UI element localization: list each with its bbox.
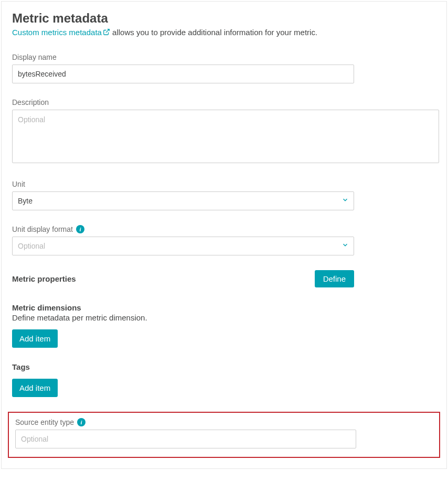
- unit-label: Unit: [12, 180, 436, 188]
- description-field: Description: [12, 98, 436, 165]
- source-entity-type-input[interactable]: [15, 430, 356, 448]
- unit-display-format-select[interactable]: Optional: [12, 237, 354, 255]
- tags-heading: Tags: [12, 362, 436, 371]
- metric-dimensions-section: Metric dimensions Define metadata per me…: [12, 303, 436, 362]
- unit-display-format-placeholder: Optional: [18, 242, 45, 250]
- unit-select[interactable]: Byte: [12, 191, 354, 210]
- info-icon[interactable]: i: [77, 418, 86, 426]
- source-entity-type-label: Source entity type i: [15, 418, 433, 426]
- define-button[interactable]: Define: [315, 270, 354, 287]
- subtitle-text: allows you to provide additional informa…: [110, 28, 317, 37]
- metric-properties-row: Metric properties Define: [12, 270, 354, 287]
- info-icon[interactable]: i: [76, 225, 84, 233]
- custom-metrics-metadata-link[interactable]: Custom metrics metadata: [12, 28, 110, 37]
- metric-dimensions-heading: Metric dimensions: [12, 303, 436, 312]
- display-name-input[interactable]: [12, 65, 354, 83]
- add-tag-button[interactable]: Add item: [12, 379, 58, 397]
- link-text: Custom metrics metadata: [12, 28, 102, 37]
- add-dimension-button[interactable]: Add item: [12, 329, 58, 348]
- unit-display-format-field: Unit display format i Optional: [12, 225, 436, 255]
- subtitle: Custom metrics metadata allows you to pr…: [12, 28, 436, 37]
- source-entity-type-highlight: Source entity type i: [8, 412, 440, 458]
- display-name-label: Display name: [12, 53, 436, 61]
- metric-properties-heading: Metric properties: [12, 274, 76, 283]
- svg-line-0: [106, 29, 109, 33]
- description-textarea[interactable]: [12, 110, 439, 163]
- unit-value: Byte: [18, 197, 33, 205]
- display-name-field: Display name: [12, 53, 436, 83]
- description-label: Description: [12, 98, 436, 106]
- unit-display-format-label: Unit display format i: [12, 225, 436, 233]
- unit-field: Unit Byte: [12, 180, 436, 210]
- external-link-icon: [103, 28, 110, 37]
- page-title: Metric metadata: [12, 11, 436, 26]
- tags-section: Tags Add item: [12, 362, 436, 412]
- metric-dimensions-desc: Define metadata per metric dimension.: [12, 313, 436, 322]
- metric-metadata-panel: Metric metadata Custom metrics metadata …: [1, 1, 447, 469]
